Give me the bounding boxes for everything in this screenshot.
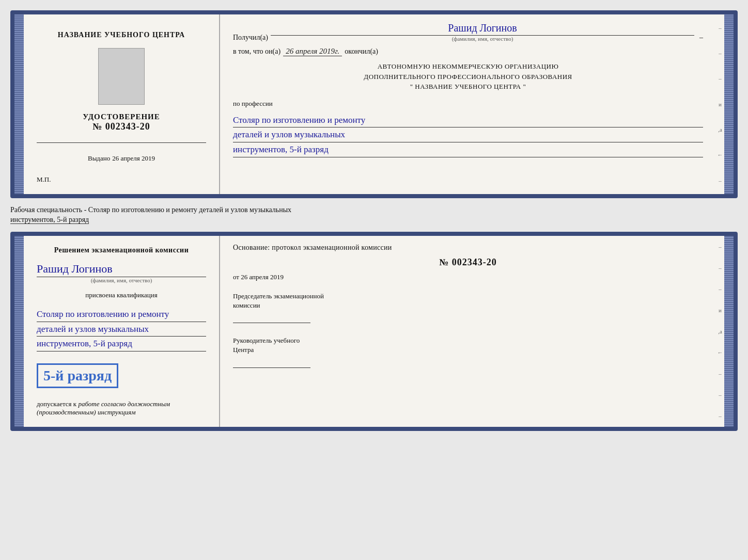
- texture-right-bottom: [724, 236, 734, 427]
- number-prefix: №: [92, 121, 102, 132]
- udostoverenie-block: УДОСТОВЕРЕНИЕ № 002343-20: [83, 113, 160, 132]
- vtom-prefix: в том, что он(а): [233, 47, 280, 56]
- center-name-label: НАЗВАНИЕ УЧЕБНОГО ЦЕНТРА: [58, 30, 185, 40]
- predsedatel-label-2: комиссии: [233, 301, 703, 310]
- bottom-recipient-wrapper: Рашид Логинов (фамилия, имя, отчество): [37, 262, 206, 283]
- dopuskaetsya-label: допускается к: [37, 400, 76, 408]
- osnovanie-label: Основание: протокол экзаменационной коми…: [233, 244, 703, 252]
- bottom-fio-subtitle: (фамилия, имя, отчество): [37, 277, 206, 283]
- side-chars-top: – – – и ,а ← –: [716, 14, 724, 194]
- top-document: НАЗВАНИЕ УЧЕБНОГО ЦЕНТРА УДОСТОВЕРЕНИЕ №…: [10, 10, 738, 198]
- bottom-document: Решением экзаменационной комиссии Рашид …: [10, 232, 738, 431]
- poluchil-label: Получил(а): [233, 34, 268, 42]
- rukovoditel-block: Руководитель учебного Центра: [233, 336, 703, 367]
- bottom-doc-left-panel: Решением экзаменационной комиссии Рашид …: [24, 236, 220, 427]
- bottom-qual-line2: деталей и узлов музыкальных: [37, 322, 206, 337]
- separator-line-1: [37, 142, 206, 143]
- profession-line-3: инструментов, 5-й разряд: [233, 142, 703, 157]
- rukovoditel-signature-line: [233, 358, 310, 368]
- dopuskaetsya-handwritten-2: (производственным) инструкциям: [37, 408, 136, 416]
- ot-prefix: от: [233, 273, 239, 281]
- udostoverenie-title: УДОСТОВЕРЕНИЕ: [83, 113, 160, 121]
- dopuskaetsya-block: допускается к работе согласно должностны…: [37, 400, 170, 417]
- profession-line-2: деталей и узлов музыкальных: [233, 127, 703, 142]
- protocol-number-value: 002343-20: [452, 257, 497, 267]
- org-line3: " НАЗВАНИЕ УЧЕБНОГО ЦЕНТРА ": [233, 82, 703, 92]
- org-line1: АВТОНОМНУЮ НЕКОММЕРЧЕСКУЮ ОРГАНИЗАЦИЮ: [233, 61, 703, 72]
- vydano-label: Выдано: [88, 154, 110, 162]
- specialty-prefix: Рабочая специальность - Столяр по изгото…: [10, 206, 291, 214]
- resheniem-title: Решением экзаменационной комиссии: [37, 246, 206, 254]
- recipient-line: Получил(а) Рашид Логинов (фамилия, имя, …: [233, 22, 703, 42]
- rukovoditel-label-1: Руководитель учебного: [233, 336, 703, 345]
- vydano-date: 26 апреля 2019: [112, 154, 155, 162]
- predsedatel-label-1: Председатель экзаменационной: [233, 292, 703, 301]
- specialty-label: Рабочая специальность - Столяр по изгото…: [10, 202, 738, 228]
- predsedatel-signature-line: [233, 313, 310, 323]
- recipient-name: Рашид Логинов: [271, 22, 694, 36]
- top-doc-left-panel: НАЗВАНИЕ УЧЕБНОГО ЦЕНТРА УДОСТОВЕРЕНИЕ №…: [24, 14, 220, 194]
- dopuskaetsya-handwritten-1: работе согласно должностным: [78, 400, 170, 408]
- vtom-date: 26 апреля 2019г.: [283, 47, 342, 56]
- bottom-doc-right-panel: Основание: протокол экзаменационной коми…: [220, 236, 716, 427]
- ot-date-value: 26 апреля 2019: [241, 273, 284, 281]
- top-doc-right-panel: Получил(а) Рашид Логинов (фамилия, имя, …: [220, 14, 716, 194]
- udostoverenie-number-value: 002343-20: [105, 121, 150, 132]
- texture-right-top: [724, 14, 734, 194]
- bottom-qual-line1: Столяр по изготовлению и ремонту: [37, 307, 206, 322]
- bottom-qual-line3: инструментов, 5-й разряд: [37, 337, 206, 351]
- photo-placeholder: [98, 48, 145, 105]
- razryad-text: 5-й разряд: [43, 367, 112, 384]
- org-text: АВТОНОМНУЮ НЕКОММЕРЧЕСКУЮ ОРГАНИЗАЦИЮ ДО…: [233, 61, 703, 92]
- rukovoditel-label-2: Центра: [233, 345, 703, 355]
- profession-line-1: Столяр по изготовлению и ремонту: [233, 113, 703, 128]
- vtom-line: в том, что он(а) 26 апреля 2019г. окончи…: [233, 47, 703, 56]
- bottom-qualification-lines: Столяр по изготовлению и ремонту деталей…: [37, 307, 206, 351]
- razryad-box: 5-й разряд: [37, 363, 118, 388]
- protocol-number-prefix: №: [439, 257, 449, 267]
- bottom-recipient-name: Рашид Логинов: [37, 262, 206, 277]
- org-line2: ДОПОЛНИТЕЛЬНОГО ПРОФЕССИОНАЛЬНОГО ОБРАЗО…: [233, 72, 703, 82]
- profession-lines: Столяр по изготовлению и ремонту деталей…: [233, 113, 703, 157]
- mp-label: М.П.: [37, 175, 51, 184]
- vydano-block: Выдано 26 апреля 2019: [88, 153, 155, 163]
- side-chars-bottom: – – – и ,а ← – – –: [716, 236, 724, 427]
- prisvoena-label: присвоена квалификация: [37, 291, 206, 299]
- specialty-line2: инструментов, 5-й разряд: [10, 216, 89, 224]
- recipient-name-wrapper: Рашид Логинов (фамилия, имя, отчество): [271, 22, 694, 42]
- po-professii-label: по профессии: [233, 100, 703, 108]
- texture-left-bottom: [14, 236, 24, 427]
- texture-left-top: [14, 14, 24, 194]
- okonchil-label: окончил(а): [345, 47, 378, 56]
- fio-subtitle: (фамилия, имя, отчество): [452, 36, 513, 42]
- udostoverenie-number: № 002343-20: [83, 121, 160, 132]
- ot-date-block: от 26 апреля 2019: [233, 273, 703, 281]
- page-wrapper: НАЗВАНИЕ УЧЕБНОГО ЦЕНТРА УДОСТОВЕРЕНИЕ №…: [5, 5, 743, 436]
- protocol-number-block: № 002343-20: [233, 257, 703, 268]
- dash: –: [699, 34, 703, 42]
- predsedatel-block: Председатель экзаменационной комиссии: [233, 292, 703, 323]
